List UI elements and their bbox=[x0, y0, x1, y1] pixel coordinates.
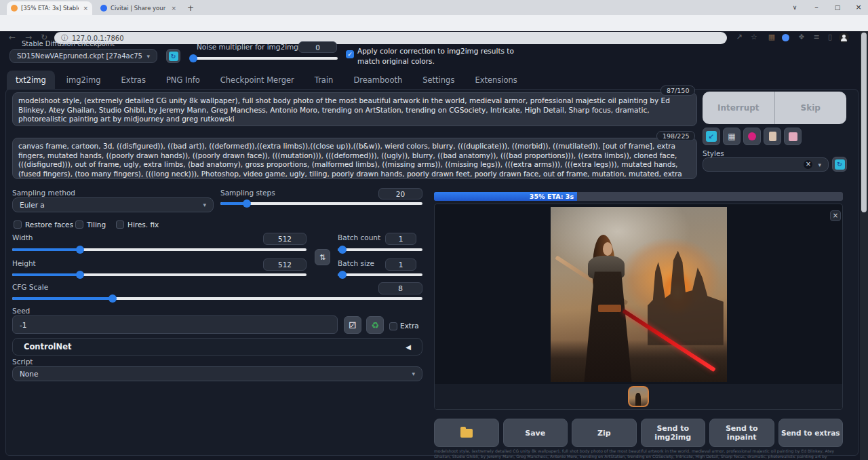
clear-prompt-button[interactable]: ▦ bbox=[723, 128, 741, 145]
hires-fix-checkbox[interactable] bbox=[116, 221, 124, 229]
tab-close-icon[interactable]: × bbox=[171, 5, 176, 12]
browser-tab-civitai[interactable]: Civitai | Share your models × bbox=[96, 1, 180, 15]
bookmark-star-icon[interactable]: ☆ bbox=[749, 33, 760, 41]
tab-checkpoint-merger[interactable]: Checkpoint Merger bbox=[212, 71, 303, 90]
width-input[interactable]: 512 bbox=[263, 233, 307, 245]
batch-count-label: Batch count bbox=[338, 233, 380, 242]
seed-label: Seed bbox=[12, 307, 30, 315]
swap-icon: ⇅ bbox=[319, 253, 326, 262]
send-to-inpaint-button[interactable]: Send to inpaint bbox=[709, 419, 774, 447]
refresh-checkpoints-button[interactable]: ↻ bbox=[166, 49, 180, 63]
refresh-icon: ↻ bbox=[835, 159, 845, 170]
clear-styles-icon[interactable]: × bbox=[804, 160, 812, 169]
window-close-button[interactable]: × bbox=[853, 2, 864, 13]
new-tab-button[interactable]: + bbox=[186, 3, 195, 13]
generated-image-preview[interactable] bbox=[551, 207, 727, 382]
seed-extra-checkbox[interactable] bbox=[389, 322, 397, 330]
open-folder-button[interactable] bbox=[434, 419, 499, 447]
cfg-scale-slider[interactable] bbox=[12, 297, 422, 300]
width-slider[interactable] bbox=[12, 248, 307, 251]
skip-button[interactable]: Skip bbox=[775, 92, 847, 124]
extension-grid-icon[interactable]: ▦ bbox=[766, 33, 777, 41]
reading-list-icon[interactable]: ≡ bbox=[811, 33, 822, 41]
browser-tab-title: [35% ETA: 3s] Stable Diffusion bbox=[21, 5, 79, 12]
controlnet-accordion[interactable]: ControlNet ◀ bbox=[12, 338, 422, 356]
noise-multiplier-slider[interactable] bbox=[191, 57, 338, 60]
styles-dropdown[interactable]: × ▾ bbox=[703, 157, 829, 172]
noise-multiplier-input[interactable]: 0 bbox=[298, 41, 337, 53]
height-slider[interactable] bbox=[12, 273, 307, 276]
batch-count-slider[interactable] bbox=[338, 248, 422, 251]
seed-extra-label: Extra bbox=[400, 322, 419, 330]
profile-avatar[interactable] bbox=[839, 33, 849, 43]
floppy-icon bbox=[789, 132, 797, 141]
tab-settings[interactable]: Settings bbox=[414, 71, 463, 90]
browser-tab-title: Civitai | Share your models bbox=[111, 5, 167, 12]
batch-count-input[interactable]: 1 bbox=[385, 233, 416, 245]
random-seed-button[interactable]: ⚂ bbox=[344, 316, 361, 334]
seed-input[interactable]: -1 bbox=[12, 315, 338, 334]
swap-width-height-button[interactable]: ⇅ bbox=[315, 249, 330, 265]
tab-train[interactable]: Train bbox=[306, 71, 342, 90]
browser-toolbar: ← → ↻ ⓘ 127.0.0.1:7860 ↗ ☆ ▦ ❖ ≡ ▯ ⋮ bbox=[0, 15, 868, 31]
window-maximize-button[interactable]: □ bbox=[832, 2, 843, 13]
checkpoint-dropdown[interactable]: SD15NewVAEpruned.ckpt [27a4ac756c] ▾ bbox=[9, 49, 157, 63]
page-scrollbar-thumb[interactable] bbox=[861, 33, 867, 212]
tab-png-info[interactable]: PNG Info bbox=[157, 71, 209, 90]
interrupt-button[interactable]: Interrupt bbox=[703, 92, 775, 124]
sampling-steps-input[interactable]: 20 bbox=[378, 188, 422, 199]
reuse-seed-button[interactable]: ♻ bbox=[366, 316, 384, 334]
browser-tab-active[interactable]: [35% ETA: 3s] Stable Diffusion × bbox=[7, 1, 92, 15]
chevron-down-icon: ▾ bbox=[412, 370, 415, 377]
send-to-img2img-button[interactable]: Send to img2img bbox=[641, 419, 706, 447]
sampling-steps-slider[interactable] bbox=[220, 202, 422, 205]
tab-extras[interactable]: Extras bbox=[113, 71, 155, 90]
negative-prompt-textarea[interactable]: canvas frame, cartoon, 3d, ((disfigured)… bbox=[12, 138, 697, 179]
window-minimize-button[interactable]: – bbox=[811, 2, 822, 13]
share-icon[interactable]: ↗ bbox=[734, 33, 745, 41]
sampling-method-dropdown[interactable]: Euler a ▾ bbox=[12, 197, 214, 212]
restore-faces-checkbox[interactable] bbox=[14, 221, 22, 229]
batch-size-input[interactable]: 1 bbox=[385, 258, 416, 271]
gallery-thumbnail[interactable] bbox=[628, 386, 649, 407]
tab-dreambooth[interactable]: Dreambooth bbox=[344, 71, 411, 90]
sampling-steps-label: Sampling steps bbox=[220, 189, 275, 197]
extensions-puzzle-icon[interactable]: ❖ bbox=[796, 33, 807, 41]
window-chevron-icon[interactable]: ∨ bbox=[789, 2, 800, 13]
apply-styles-button[interactable] bbox=[764, 128, 781, 145]
script-label: Script bbox=[12, 358, 33, 366]
tab-img2img[interactable]: img2img bbox=[58, 71, 110, 90]
send-to-extras-button[interactable]: Send to extras bbox=[778, 419, 844, 447]
address-bar[interactable]: ⓘ 127.0.0.1:7860 bbox=[54, 32, 727, 44]
close-preview-button[interactable]: × bbox=[830, 210, 841, 221]
batch-size-slider[interactable] bbox=[338, 273, 422, 276]
tab-extensions[interactable]: Extensions bbox=[466, 71, 526, 90]
image-figure-face bbox=[603, 242, 612, 256]
image-figure-belt bbox=[598, 305, 621, 311]
cfg-scale-label: CFG Scale bbox=[12, 283, 48, 291]
prompt-textarea[interactable]: modelshoot style, (extremely detailed CG… bbox=[12, 92, 697, 126]
progress-fill: 35% ETA: 3s bbox=[434, 192, 577, 201]
save-button[interactable]: Save bbox=[503, 419, 568, 447]
cfg-scale-input[interactable]: 8 bbox=[378, 282, 422, 294]
tab-txt2img[interactable]: txt2img bbox=[7, 71, 55, 90]
interrupt-skip-group: Interrupt Skip bbox=[703, 92, 846, 124]
refresh-styles-button[interactable]: ↻ bbox=[832, 157, 847, 172]
controlnet-label: ControlNet bbox=[24, 342, 71, 351]
sampling-method-value: Euler a bbox=[20, 201, 45, 209]
color-correction-checkbox[interactable]: ✓ bbox=[346, 50, 354, 58]
side-panel-icon[interactable]: ▯ bbox=[825, 33, 835, 41]
script-dropdown[interactable]: None ▾ bbox=[12, 366, 422, 381]
folder-icon bbox=[460, 429, 473, 438]
extra-networks-button[interactable] bbox=[743, 128, 761, 145]
prompt-tools-row: ↙ ▦ bbox=[703, 128, 802, 145]
extension-blue-icon[interactable] bbox=[782, 34, 789, 41]
height-label: Height bbox=[12, 259, 36, 267]
tab-close-icon[interactable]: × bbox=[83, 5, 88, 12]
back-button[interactable]: ← bbox=[7, 33, 18, 42]
save-style-button[interactable] bbox=[784, 128, 802, 145]
tiling-checkbox[interactable] bbox=[75, 221, 83, 229]
zip-button[interactable]: Zip bbox=[572, 419, 637, 447]
height-input[interactable]: 512 bbox=[263, 258, 307, 271]
paste-params-button[interactable]: ↙ bbox=[703, 128, 720, 145]
